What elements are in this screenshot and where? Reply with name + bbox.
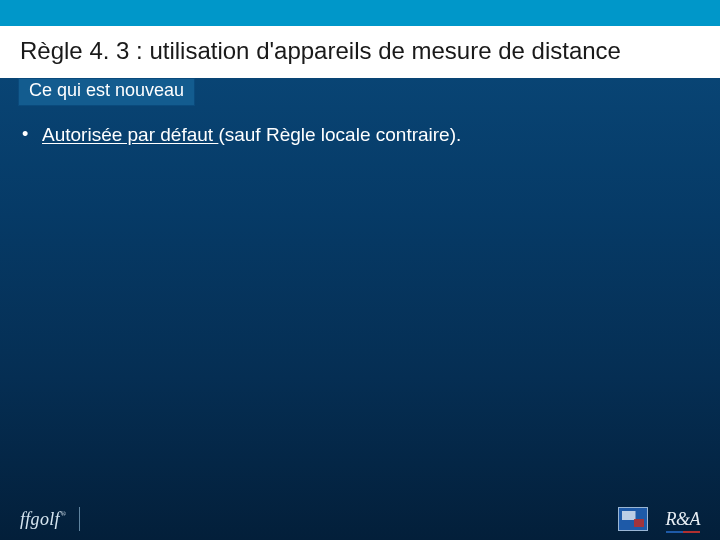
footer-right: R&A <box>618 507 701 531</box>
ffgolf-logo: ffgolf <box>20 509 65 530</box>
footer-divider <box>79 507 80 531</box>
slide-title-text: Règle 4. 3 : utilisation d'appareils de … <box>20 37 621 64</box>
subtitle-text: Ce qui est nouveau <box>29 80 184 100</box>
top-accent-bar <box>0 0 720 26</box>
usga-logo-icon <box>618 507 648 531</box>
bullet-underlined: Autorisée par défaut <box>42 124 218 145</box>
bullet-item: Autorisée par défaut (sauf Règle locale … <box>20 122 690 148</box>
footer-left: ffgolf <box>20 507 80 531</box>
slide: Règle 4. 3 : utilisation d'appareils de … <box>0 0 720 540</box>
body-content: Autorisée par défaut (sauf Règle locale … <box>20 122 690 148</box>
bullet-rest: (sauf Règle locale contraire). <box>218 124 461 145</box>
slide-title: Règle 4. 3 : utilisation d'appareils de … <box>0 26 720 78</box>
subtitle-badge: Ce qui est nouveau <box>18 78 195 106</box>
ra-logo: R&A <box>666 509 701 530</box>
footer: ffgolf R&A <box>0 498 720 540</box>
